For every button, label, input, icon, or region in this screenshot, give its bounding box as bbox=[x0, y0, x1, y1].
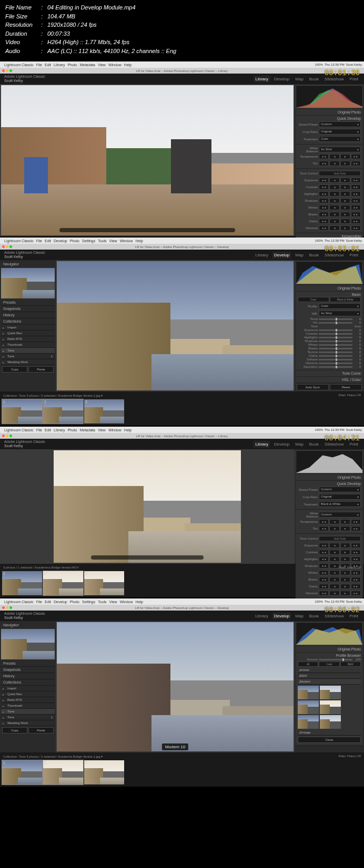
snapshots-header[interactable]: Snapshots bbox=[1, 306, 55, 312]
collection-item[interactable]: Tone1 bbox=[1, 354, 55, 359]
profile-group[interactable]: Modern bbox=[298, 679, 361, 685]
timestamp: 00:03:01 bbox=[325, 245, 360, 253]
filmstrip-thumb[interactable]: 1 bbox=[2, 760, 42, 784]
main-photo-view[interactable]: Modern 10 bbox=[56, 621, 295, 752]
wb-dropdown[interactable]: As Shot bbox=[319, 311, 361, 316]
close-icon[interactable] bbox=[2, 69, 5, 72]
module-develop[interactable]: Develop bbox=[272, 76, 291, 82]
navigator-thumb[interactable] bbox=[1, 629, 55, 659]
main-photo-view[interactable] bbox=[56, 260, 295, 391]
filmstrip-thumb[interactable]: 3 bbox=[84, 399, 124, 423]
timestamp: 00:01:36 bbox=[325, 69, 360, 77]
collection-item[interactable]: Import bbox=[1, 325, 55, 330]
reset-button[interactable]: Reset bbox=[330, 384, 362, 390]
presets-header[interactable]: Presets bbox=[1, 299, 55, 306]
module-library[interactable]: Library bbox=[254, 76, 269, 82]
profile-thumb[interactable] bbox=[320, 686, 341, 699]
tint-slider[interactable] bbox=[319, 322, 352, 324]
filmstrip-thumb[interactable]: 3 bbox=[84, 571, 124, 595]
menu-library[interactable]: Library bbox=[54, 63, 65, 67]
autosync-button[interactable]: Auto Sync bbox=[297, 384, 329, 390]
video-playbar[interactable] bbox=[59, 228, 235, 232]
filmstrip-thumb[interactable]: 2 bbox=[43, 760, 83, 784]
wb-dropdown[interactable]: As Shot bbox=[319, 147, 361, 152]
filmstrip-thumb[interactable]: 2 bbox=[43, 399, 83, 423]
filmstrip-thumb[interactable]: 1 bbox=[2, 571, 42, 595]
filmstrip: Collection: Tone 3 photos / 2 selected /… bbox=[0, 391, 364, 426]
mac-menubar[interactable]: Lightroom Classic File Edit Library Phot… bbox=[0, 61, 364, 68]
minimize-icon[interactable] bbox=[6, 69, 8, 72]
copy-button[interactable]: Copy bbox=[2, 366, 27, 373]
preset-dropdown[interactable]: Custom bbox=[319, 121, 361, 127]
main-photo-view[interactable] bbox=[0, 449, 295, 564]
contrast-slider[interactable] bbox=[319, 333, 352, 335]
menu-edit[interactable]: Edit bbox=[45, 63, 51, 67]
file-metadata: File Name:04 Editing in Develop Module.m… bbox=[0, 0, 364, 60]
user-name: Scott Kelby bbox=[346, 63, 362, 66]
filter-all[interactable]: All bbox=[298, 662, 318, 667]
module-library[interactable]: Library bbox=[254, 252, 269, 259]
amount-slider[interactable] bbox=[319, 659, 352, 660]
profile-thumb[interactable] bbox=[298, 715, 319, 729]
menu-window[interactable]: Window bbox=[108, 63, 122, 67]
module-map[interactable]: Map bbox=[294, 76, 305, 82]
treatment-dropdown[interactable]: Color bbox=[319, 136, 361, 142]
collection-item[interactable]: Retfo RTS bbox=[1, 336, 55, 342]
treatment-bw[interactable]: Black & White bbox=[330, 297, 361, 302]
blacks-slider[interactable] bbox=[319, 348, 352, 349]
mac-menubar[interactable]: Lightroom ClassicFileEditDevelopPhotoSet… bbox=[0, 598, 364, 605]
profile-group[interactable]: B&W bbox=[298, 673, 361, 679]
timestamp: 00:04:31 bbox=[325, 434, 360, 442]
histogram bbox=[296, 85, 363, 108]
shadows-slider[interactable] bbox=[319, 340, 352, 342]
profile-thumb[interactable] bbox=[320, 715, 341, 729]
history-header[interactable]: History bbox=[1, 312, 55, 318]
menu-metadata[interactable]: Metadata bbox=[80, 63, 95, 67]
crop-dropdown[interactable]: Original bbox=[319, 129, 361, 135]
menu-view[interactable]: View bbox=[98, 63, 106, 67]
menu-help[interactable]: Help bbox=[124, 63, 132, 67]
histogram bbox=[296, 450, 363, 473]
exposure-slider[interactable] bbox=[319, 329, 352, 331]
temp-slider[interactable] bbox=[319, 318, 352, 320]
lightroom-header: Adobe Lightroom ClassicScott Kelby Libra… bbox=[0, 74, 364, 84]
paste-button[interactable]: Paste bbox=[28, 366, 54, 373]
collection-item[interactable]: Thumbnail bbox=[1, 342, 55, 348]
highlights-slider[interactable] bbox=[319, 337, 352, 338]
temp-down[interactable]: ◄◄ bbox=[319, 154, 329, 159]
menu-photo[interactable]: Photo bbox=[67, 63, 77, 67]
module-develop[interactable]: Develop bbox=[272, 252, 291, 259]
collection-item[interactable]: Tone bbox=[1, 348, 55, 354]
collection-item[interactable]: Quick Res bbox=[1, 330, 55, 336]
profile-thumb[interactable] bbox=[320, 700, 341, 714]
profile-dropdown[interactable]: Color bbox=[319, 303, 361, 309]
whites-slider[interactable] bbox=[319, 344, 352, 346]
profile-thumb[interactable] bbox=[298, 686, 319, 699]
module-book[interactable]: Book bbox=[308, 76, 320, 82]
clock: Thu 12:36 PM bbox=[325, 63, 345, 66]
zoom-icon[interactable] bbox=[9, 69, 12, 72]
screenshot-1: 00:01:36 Lightroom Classic File Edit Lib… bbox=[0, 61, 364, 236]
battery-icon: 100% bbox=[315, 63, 323, 66]
video-playbar[interactable] bbox=[91, 555, 204, 560]
mac-menubar[interactable]: Lightroom ClassicFileEditDevelopPhotoSet… bbox=[0, 237, 364, 244]
close-button[interactable]: Close bbox=[298, 737, 361, 743]
main-photo-view[interactable] bbox=[0, 84, 295, 236]
navigator-thumb[interactable] bbox=[1, 268, 55, 298]
treatment-color[interactable]: Color bbox=[298, 297, 329, 302]
auto-tone-button[interactable]: Auto Tone bbox=[319, 171, 361, 176]
profile-thumb[interactable] bbox=[298, 700, 319, 714]
collections-header[interactable]: Collections bbox=[1, 318, 55, 325]
mac-menubar[interactable]: Lightroom ClassicFileEditLibraryPhotoMet… bbox=[0, 427, 364, 433]
menu-file[interactable]: File bbox=[36, 63, 42, 67]
collection-item[interactable]: Wedding Work bbox=[1, 359, 55, 365]
filmstrip-thumb[interactable]: 1 bbox=[2, 399, 42, 423]
histogram bbox=[296, 622, 363, 645]
filmstrip-thumb[interactable]: 2 bbox=[43, 571, 83, 595]
filmstrip-thumb[interactable]: 3 bbox=[84, 760, 124, 784]
timestamp: 00:06:02 bbox=[325, 606, 360, 614]
profile-group[interactable]: Vintage bbox=[298, 730, 361, 736]
screenshot-2: 00:03:01 Lightroom ClassicFileEditDevelo… bbox=[0, 237, 364, 426]
profile-group[interactable]: Artistic bbox=[298, 667, 361, 673]
menu-app[interactable]: Lightroom Classic bbox=[4, 63, 34, 67]
